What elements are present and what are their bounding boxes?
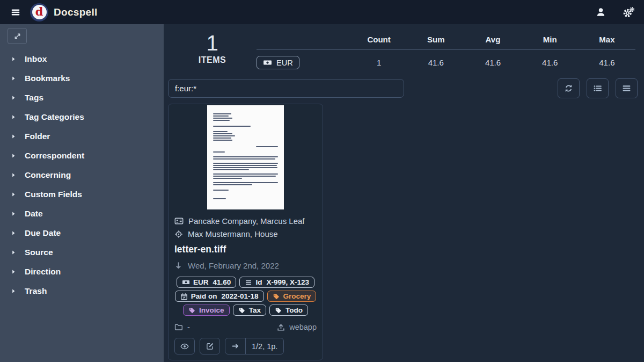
user-menu-button[interactable] — [595, 6, 607, 18]
menu-toggle-button[interactable] — [9, 5, 23, 19]
eye-icon — [180, 342, 189, 351]
card-actions: 1/2, 1p. — [169, 331, 323, 354]
correspondent-text: Pancake Company, Marcus Leaf — [188, 216, 305, 226]
upload-icon — [277, 323, 285, 331]
sidebar-item-tags[interactable]: Tags — [0, 88, 164, 107]
brand[interactable]: d Docspell — [30, 3, 98, 21]
tag-badge-todo: Todo — [269, 305, 308, 316]
sidebar-item-folder[interactable]: Folder — [0, 127, 164, 146]
app-title: Docspell — [54, 6, 98, 18]
items-count: 1 ITEMS — [168, 31, 257, 65]
list-view-button[interactable] — [587, 78, 609, 98]
item-title[interactable]: letter-en.tiff — [174, 244, 317, 255]
stats-section: 1 ITEMS CountSumAvgMinMax EUR 141.641.64… — [168, 31, 638, 69]
sidebar-item-trash[interactable]: Trash — [0, 281, 164, 301]
refresh-button[interactable] — [558, 78, 580, 98]
thumbnail-text-line — [213, 140, 232, 141]
sidebar-item-date[interactable]: Date — [0, 204, 164, 223]
card-footer: - webapp — [169, 316, 323, 331]
items-count-label: ITEMS — [168, 55, 257, 65]
open-detail-button[interactable] — [225, 338, 246, 354]
caret-right-icon — [10, 114, 17, 120]
sidebar-item-label: Custom Fields — [25, 190, 82, 199]
sidebar-item-label: Date — [25, 209, 43, 219]
tag-icon — [273, 293, 280, 300]
sidebar-item-due-date[interactable]: Due Date — [0, 223, 164, 243]
sidebar-item-bookmarks[interactable]: Bookmarks — [0, 69, 164, 88]
sidebar-item-label: Correspondent — [25, 151, 84, 161]
tag-label: Grocery — [283, 292, 311, 300]
tag-icon — [238, 307, 246, 314]
sidebar-item-custom-fields[interactable]: Custom Fields — [0, 185, 164, 204]
stats-value-row: EUR 141.641.641.641.6 — [257, 50, 635, 69]
badge-list: EUR41.60 IdX-999, X-123 Paid on2022-01-1… — [169, 277, 323, 316]
sidebar-item-direction[interactable]: Direction — [0, 262, 164, 281]
source-name: webapp — [289, 323, 317, 331]
refresh-icon — [564, 84, 573, 93]
sidebar-item-label: Concerning — [25, 170, 71, 180]
currency-badge: EUR — [257, 56, 299, 69]
stats-value-cell: 41.6 — [407, 58, 464, 67]
money-bill-icon — [263, 58, 272, 67]
tag-badge-invoice: Invoice — [183, 305, 230, 316]
sidebar-item-correspondent[interactable]: Correspondent — [0, 146, 164, 165]
sidebar-item-tag-categories[interactable]: Tag Categories — [0, 107, 164, 127]
thumbnail-text-line — [213, 176, 276, 177]
thumbnail-text-line — [213, 156, 278, 157]
sidebar-collapse-button[interactable] — [8, 28, 27, 44]
item-card[interactable]: Pancake Company, Marcus Leaf Max Musterm… — [168, 104, 323, 360]
arrow-down-icon — [174, 262, 182, 270]
calendar-icon — [180, 293, 188, 300]
amount-badge: EUR41.60 — [177, 277, 236, 288]
document-thumbnail[interactable] — [169, 104, 323, 209]
concerning-text: Max Mustermann, House — [188, 229, 278, 238]
paid-date-badge: Paid on2022-01-18 — [175, 291, 264, 302]
stats-column-header: Sum — [407, 35, 464, 44]
sidebar-item-label: Tags — [25, 93, 43, 103]
caret-right-icon — [10, 249, 17, 256]
sidebar-item-inbox[interactable]: Inbox — [0, 49, 164, 69]
tag-badge-tax: Tax — [233, 305, 266, 316]
settings-menu-button[interactable] — [622, 5, 635, 19]
search-input[interactable] — [168, 79, 404, 98]
folder-info: - — [174, 323, 190, 331]
tag-icon — [275, 307, 282, 314]
caret-right-icon — [10, 153, 17, 159]
caret-right-icon — [10, 95, 17, 101]
folder-name: - — [187, 323, 190, 331]
sidebar-item-label: Due Date — [25, 228, 61, 238]
caret-right-icon — [10, 172, 17, 178]
thumbnail-text-line — [256, 146, 278, 147]
sidebar-item-label: Source — [25, 248, 53, 257]
sidebar-item-label: Bookmarks — [25, 74, 70, 83]
sidebar-item-source[interactable]: Source — [0, 243, 164, 262]
caret-right-icon — [10, 133, 17, 140]
stats-column-header: Max — [579, 35, 635, 44]
thumbnail-text-line — [213, 158, 275, 160]
main-content: 1 ITEMS CountSumAvgMinMax EUR 141.641.64… — [164, 24, 644, 362]
caret-right-icon — [10, 211, 17, 217]
open-detail-group[interactable]: 1/2, 1p. — [225, 338, 284, 354]
caret-right-icon — [10, 230, 17, 236]
thumbnail-text-line — [213, 131, 228, 132]
stats-value-cell: 41.6 — [464, 58, 521, 67]
top-navbar: d Docspell — [0, 0, 644, 24]
items-count-value: 1 — [168, 32, 257, 54]
thumbnail-text-line — [213, 169, 249, 170]
thumbnail-text-line — [213, 137, 231, 139]
folder-icon — [174, 323, 183, 331]
thumbnail-text-line — [213, 118, 232, 119]
bars-icon — [622, 84, 631, 93]
sidebar: InboxBookmarksTagsTag CategoriesFolderCo… — [0, 24, 164, 362]
thumbnail-text-line — [213, 163, 278, 164]
preview-button[interactable] — [174, 338, 195, 354]
search-section — [168, 78, 638, 98]
sidebar-item-label: Trash — [25, 286, 47, 296]
stats-column-header: Count — [350, 35, 407, 44]
menu-bars-button[interactable] — [616, 78, 638, 98]
sidebar-item-concerning[interactable]: Concerning — [0, 165, 164, 185]
stats-value-cell: 41.6 — [522, 58, 579, 67]
edit-button[interactable] — [200, 338, 220, 354]
stats-column-header: Avg — [464, 35, 521, 44]
sidebar-item-label: Tag Categories — [25, 112, 84, 122]
